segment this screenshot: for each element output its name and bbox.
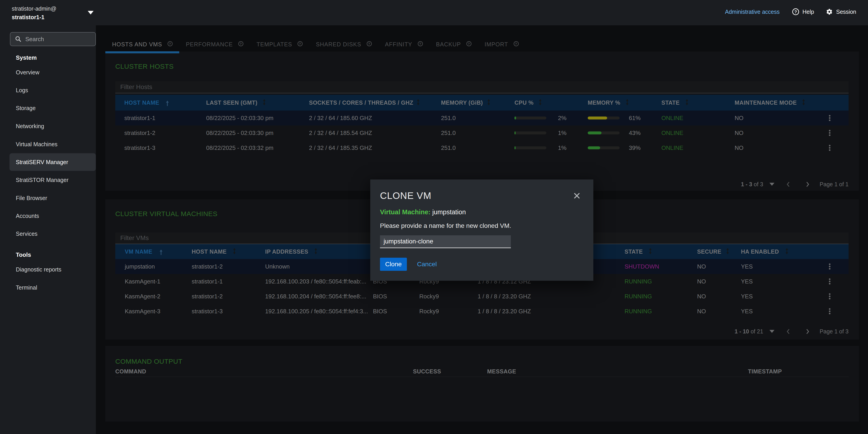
svg-text:?: ? (794, 9, 797, 14)
